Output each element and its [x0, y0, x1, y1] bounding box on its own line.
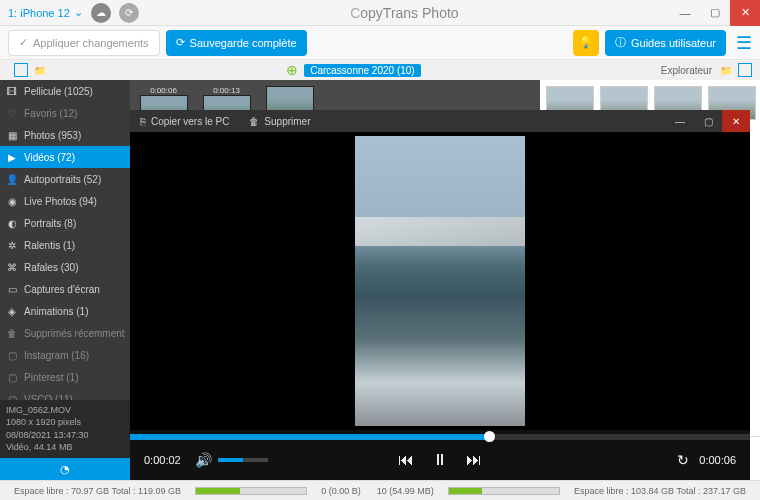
- user-icon: 👤: [6, 173, 18, 185]
- pause-button[interactable]: ⏸: [432, 451, 448, 469]
- sidebar-item[interactable]: ⌘Rafales (30): [0, 256, 130, 278]
- sidebar-item-label: Portraits (8): [24, 218, 76, 229]
- sidebar-item-label: Supprimés récemment: [24, 328, 125, 339]
- maximize-button[interactable]: ▢: [700, 0, 730, 26]
- sidebar-item[interactable]: ◉Live Photos (94): [0, 190, 130, 212]
- player-close-button[interactable]: ✕: [722, 110, 750, 132]
- sidebar-item[interactable]: ▭Captures d'écran: [0, 278, 130, 300]
- full-backup-button[interactable]: ⟳Sauvegarde complète: [166, 30, 307, 56]
- refresh-icon[interactable]: ⟳: [119, 3, 139, 23]
- tips-button[interactable]: 💡: [573, 30, 599, 56]
- app-icon: ▢: [6, 349, 18, 361]
- storage-bar-left: [195, 487, 307, 495]
- screen-icon: ▭: [6, 283, 18, 295]
- sidebar-item-label: Animations (1): [24, 306, 88, 317]
- chevron-down-icon[interactable]: ⌄: [74, 6, 83, 19]
- video-viewport[interactable]: [130, 132, 750, 430]
- current-time: 0:00:02: [144, 454, 181, 466]
- sidebar-item[interactable]: ◐Portraits (8): [0, 212, 130, 234]
- close-button[interactable]: ✕: [730, 0, 760, 26]
- volume-icon[interactable]: 🔊: [195, 452, 212, 468]
- sidebar-item[interactable]: 🎞Pellicule (1025): [0, 80, 130, 102]
- sidebar-item-label: Pellicule (1025): [24, 86, 93, 97]
- sidebar-item-label: Ralentis (1): [24, 240, 75, 251]
- add-icon[interactable]: ⊕: [286, 62, 298, 78]
- sidebar-item[interactable]: ▶Vidéos (72): [0, 146, 130, 168]
- sidebar-item-label: Instagram (16): [24, 350, 89, 361]
- status-bar: Espace libre : 70.97 GB Total : 119.09 G…: [0, 480, 760, 500]
- sidebar-item[interactable]: ▦Photos (953): [0, 124, 130, 146]
- player-toolbar: ⎘Copier vers le PC 🗑Supprimer — ▢ ✕: [130, 110, 750, 132]
- sidebar-item[interactable]: ▢VSCO (11): [0, 388, 130, 400]
- burst-icon: ⌘: [6, 261, 18, 273]
- heart-icon: ♡: [6, 107, 18, 119]
- player-maximize-button[interactable]: ▢: [694, 110, 722, 132]
- sidebar-item[interactable]: ♡Favoris (12): [0, 102, 130, 124]
- sidebar-item-label: Live Photos (94): [24, 196, 97, 207]
- sidebar-item-label: Favoris (12): [24, 108, 77, 119]
- sidebar-item[interactable]: ▢Instagram (16): [0, 344, 130, 366]
- sidebar-item-label: Captures d'écran: [24, 284, 100, 295]
- sidebar-item[interactable]: ▢Pinterest (1): [0, 366, 130, 388]
- collapse-left-icon[interactable]: [14, 63, 28, 77]
- sidebar-item[interactable]: ✲Ralentis (1): [0, 234, 130, 256]
- slowmo-icon: ✲: [6, 239, 18, 251]
- photo-icon: ▦: [6, 129, 18, 141]
- video-frame: [355, 136, 525, 426]
- sidebar-item[interactable]: ◈Animations (1): [0, 300, 130, 322]
- cloud-icon[interactable]: ☁: [91, 3, 111, 23]
- copy-icon: ⎘: [140, 116, 146, 127]
- folder-icon[interactable]: 📁: [720, 65, 732, 76]
- live-icon: ◉: [6, 195, 18, 207]
- video-player: ⎘Copier vers le PC 🗑Supprimer — ▢ ✕ 0:00…: [130, 110, 750, 480]
- trash-icon: 🗑: [249, 116, 259, 127]
- forward-button[interactable]: ⏭: [466, 451, 482, 469]
- minimize-button[interactable]: —: [670, 0, 700, 26]
- total-time: 0:00:06: [699, 454, 736, 466]
- video-icon: ▶: [6, 151, 18, 163]
- sidebar-item-label: Photos (953): [24, 130, 81, 141]
- app-icon: ▢: [6, 371, 18, 383]
- sidebar-item[interactable]: 🗑Supprimés récemment: [0, 322, 130, 344]
- sidebar-item-label: Autoportraits (52): [24, 174, 101, 185]
- sidebar-action-button[interactable]: ◔: [0, 458, 130, 480]
- explorer-label: Explorateur: [661, 65, 712, 76]
- sidebar-item-label: Rafales (30): [24, 262, 78, 273]
- sidebar-item[interactable]: 👤Autoportraits (52): [0, 168, 130, 190]
- title-bar: 1: iPhone 12 ⌄ ☁ ⟳ CopyTrans Photo — ▢ ✕: [0, 0, 760, 26]
- toolbar: ✓Appliquer changements ⟳Sauvegarde compl…: [0, 26, 760, 60]
- device-selector[interactable]: 1: iPhone 12: [8, 7, 70, 19]
- anim-icon: ◈: [6, 305, 18, 317]
- portrait-icon: ◐: [6, 217, 18, 229]
- apply-changes-button[interactable]: ✓Appliquer changements: [8, 30, 160, 56]
- sub-toolbar: 📁 ⊕ Carcassonne 2020 (10) Explorateur 📁: [0, 60, 760, 80]
- replay-button[interactable]: ↻: [677, 452, 689, 468]
- folder-icon[interactable]: 📁: [34, 65, 46, 76]
- refresh-icon: ⟳: [176, 36, 185, 49]
- sidebar-item-label: Pinterest (1): [24, 372, 78, 383]
- sidebar: 🎞Pellicule (1025)♡Favoris (12)▦Photos (9…: [0, 80, 130, 480]
- storage-bar-right: [448, 487, 560, 495]
- app-icon: ▢: [6, 393, 18, 400]
- film-icon: 🎞: [6, 85, 18, 97]
- volume-slider[interactable]: [218, 458, 268, 462]
- rewind-button[interactable]: ⏮: [398, 451, 414, 469]
- check-icon: ✓: [19, 36, 28, 49]
- trash-icon: 🗑: [6, 327, 18, 339]
- delete-button[interactable]: 🗑Supprimer: [239, 110, 320, 132]
- album-badge[interactable]: Carcassonne 2020 (10): [304, 64, 421, 77]
- app-title: CopyTrans Photo: [139, 5, 670, 21]
- sidebar-item-label: Vidéos (72): [24, 152, 75, 163]
- user-guides-button[interactable]: ⓘGuides utilisateur: [605, 30, 726, 56]
- player-minimize-button[interactable]: —: [666, 110, 694, 132]
- copy-to-pc-button[interactable]: ⎘Copier vers le PC: [130, 110, 239, 132]
- file-meta: IMG_0562.MOV 1080 x 1920 pixels 08/08/20…: [0, 400, 130, 458]
- collapse-right-icon[interactable]: [738, 63, 752, 77]
- info-icon: ⓘ: [615, 35, 626, 50]
- menu-icon[interactable]: ☰: [736, 32, 752, 54]
